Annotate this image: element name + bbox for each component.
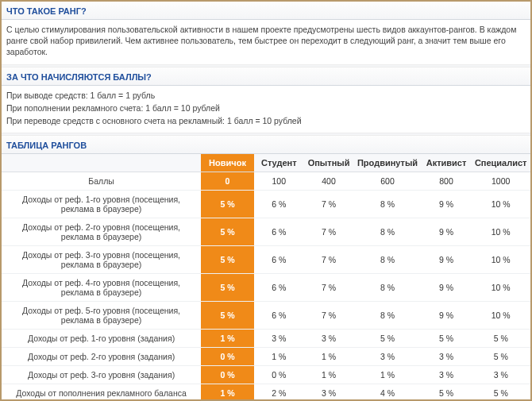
cell-value: 5 % (201, 246, 254, 274)
cell-value: 3 % (422, 366, 472, 384)
cell-value: 1000 (471, 172, 530, 191)
cell-value: 5 % (201, 274, 254, 302)
cell-value: 7 % (304, 274, 354, 302)
cell-value: 0 (201, 172, 254, 191)
row-label: Доходы от реф. 4-го уровня (посещения, р… (2, 274, 201, 302)
cell-value: 5 % (471, 330, 530, 348)
table-body: Баллы01004006008001000Доходы от реф. 1-г… (2, 172, 530, 401)
table-row: Доходы от реф. 5-го уровня (посещения, р… (2, 302, 530, 330)
table-head: НовичокСтудентОпытныйПродвинутыйАктивист… (2, 154, 530, 172)
cell-value: 4 % (353, 384, 421, 401)
cell-value: 1 % (254, 348, 304, 366)
cell-value: 0 % (254, 366, 304, 384)
cell-value: 6 % (254, 218, 304, 246)
col-header-rank: Продвинутый (353, 154, 421, 172)
cell-value: 6 % (254, 191, 304, 218)
cell-value: 1 % (201, 330, 254, 348)
row-label: Доходы от пополнения рекламного баланса (2, 384, 201, 401)
cell-value: 1 % (201, 384, 254, 401)
cell-value: 5 % (471, 348, 530, 366)
ranks-table: НовичокСтудентОпытныйПродвинутыйАктивист… (2, 154, 530, 401)
table-row: Доходы от реф. 2-го уровня (задания)0 %1… (2, 348, 530, 366)
cell-value: 600 (353, 172, 421, 191)
col-header-rank: Новичок (201, 154, 254, 172)
cell-value: 9 % (422, 274, 472, 302)
cell-value: 5 % (201, 302, 254, 330)
table-row: Доходы от пополнения рекламного баланса1… (2, 384, 530, 401)
cell-value: 5 % (422, 384, 472, 401)
page-frame: ЧТО ТАКОЕ РАНГ? С целью стимулирования п… (0, 0, 532, 401)
table-row: Доходы от реф. 1-го уровня (задания)1 %3… (2, 330, 530, 348)
cell-value: 0 % (201, 366, 254, 384)
cell-value: 2 % (254, 384, 304, 401)
cell-value: 9 % (422, 246, 472, 274)
section-title-points: ЗА ЧТО НАЧИСЛЯЮТСЯ БАЛЛЫ? (2, 67, 530, 86)
col-header-rank: Специалист (471, 154, 530, 172)
row-label: Доходы от реф. 1-го уровня (задания) (2, 330, 201, 348)
cell-value: 8 % (353, 302, 421, 330)
cell-value: 3 % (353, 348, 421, 366)
cell-value: 1 % (353, 366, 421, 384)
cell-value: 800 (422, 172, 472, 191)
cell-value: 7 % (304, 302, 354, 330)
cell-value: 9 % (422, 218, 472, 246)
cell-value: 7 % (304, 246, 354, 274)
cell-value: 9 % (422, 302, 472, 330)
rank-description: С целью стимулирования пользовательской … (6, 24, 526, 58)
col-header-rank: Активист (422, 154, 472, 172)
row-label: Доходы от реф. 2-го уровня (посещения, р… (2, 218, 201, 246)
cell-value: 1 % (304, 348, 354, 366)
section-body-rank: С целью стимулирования пользовательской … (2, 20, 530, 64)
cell-value: 5 % (422, 330, 472, 348)
row-label: Доходы от реф. 3-го уровня (задания) (2, 366, 201, 384)
cell-value: 5 % (201, 191, 254, 218)
section-body-points: При выводе средств: 1 балл = 1 рубль При… (2, 86, 530, 133)
cell-value: 3 % (304, 330, 354, 348)
col-header-label (2, 154, 201, 172)
cell-value: 1 % (304, 366, 354, 384)
col-header-rank: Студент (254, 154, 304, 172)
table-row: Доходы от реф. 4-го уровня (посещения, р… (2, 274, 530, 302)
cell-value: 6 % (254, 274, 304, 302)
section-title-rank: ЧТО ТАКОЕ РАНГ? (2, 2, 530, 20)
cell-value: 3 % (471, 366, 530, 384)
cell-value: 8 % (353, 218, 421, 246)
cell-value: 7 % (304, 191, 354, 218)
row-label: Баллы (2, 172, 201, 191)
table-row: Доходы от реф. 2-го уровня (посещения, р… (2, 218, 530, 246)
cell-value: 8 % (353, 246, 421, 274)
cell-value: 3 % (254, 330, 304, 348)
cell-value: 0 % (201, 348, 254, 366)
cell-value: 10 % (471, 246, 530, 274)
cell-value: 10 % (471, 302, 530, 330)
cell-value: 10 % (471, 218, 530, 246)
row-label: Доходы от реф. 2-го уровня (задания) (2, 348, 201, 366)
row-label: Доходы от реф. 3-го уровня (посещения, р… (2, 246, 201, 274)
table-row: Баллы01004006008001000 (2, 172, 530, 191)
cell-value: 5 % (201, 218, 254, 246)
row-label: Доходы от реф. 5-го уровня (посещения, р… (2, 302, 201, 330)
table-row: Доходы от реф. 3-го уровня (задания)0 %0… (2, 366, 530, 384)
cell-value: 5 % (471, 384, 530, 401)
cell-value: 9 % (422, 191, 472, 218)
cell-value: 100 (254, 172, 304, 191)
cell-value: 10 % (471, 274, 530, 302)
points-line: При пополнении рекламного счета: 1 балл … (6, 102, 526, 114)
cell-value: 7 % (304, 218, 354, 246)
cell-value: 3 % (304, 384, 354, 401)
cell-value: 10 % (471, 191, 530, 218)
col-header-rank: Опытный (304, 154, 354, 172)
cell-value: 3 % (422, 348, 472, 366)
row-label: Доходы от реф. 1-го уровня (посещения, р… (2, 191, 201, 218)
table-row: Доходы от реф. 1-го уровня (посещения, р… (2, 191, 530, 218)
cell-value: 8 % (353, 191, 421, 218)
points-line: При выводе средств: 1 балл = 1 рубль (6, 90, 526, 101)
table-row: Доходы от реф. 3-го уровня (посещения, р… (2, 246, 530, 274)
cell-value: 8 % (353, 274, 421, 302)
cell-value: 6 % (254, 246, 304, 274)
cell-value: 5 % (353, 330, 421, 348)
cell-value: 400 (304, 172, 354, 191)
points-line: При переводе средств с основного счета н… (6, 115, 526, 126)
section-title-table: ТАБЛИЦА РАНГОВ (2, 136, 530, 154)
cell-value: 6 % (254, 302, 304, 330)
